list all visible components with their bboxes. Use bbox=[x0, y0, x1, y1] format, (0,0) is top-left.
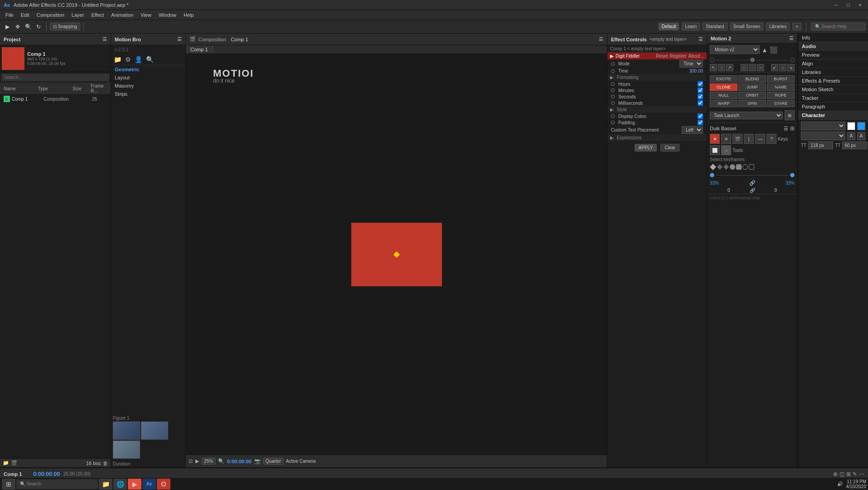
font-size-input[interactable] bbox=[808, 142, 833, 149]
comp-zoom-select[interactable]: 25% bbox=[202, 458, 215, 465]
effect-menu[interactable]: ☰ bbox=[698, 36, 703, 42]
m2-link-icon[interactable]: 🔗 bbox=[721, 180, 784, 186]
tl-btn-4[interactable]: ✎ bbox=[853, 471, 857, 477]
comp-time-icon[interactable]: ⊡ bbox=[189, 458, 193, 464]
comp-time-icon2[interactable]: ▶ bbox=[195, 458, 199, 464]
toolbar-tool-2[interactable]: ✥ bbox=[13, 22, 22, 31]
m2-null-btn[interactable]: NULL bbox=[710, 92, 737, 99]
info-tab-character[interactable]: Character bbox=[798, 111, 868, 120]
tool-2[interactable]: 🎬 bbox=[732, 134, 742, 144]
win-min-btn[interactable]: − bbox=[832, 2, 840, 8]
kf-select-icon[interactable] bbox=[710, 164, 716, 170]
workspace-learn[interactable]: Learn bbox=[682, 23, 700, 30]
menu-window[interactable]: Window bbox=[155, 11, 180, 19]
font-icon1[interactable]: A bbox=[847, 132, 855, 140]
m2-burst-btn[interactable]: BURST bbox=[767, 75, 795, 83]
m2-arr-bl[interactable]: ↙ bbox=[771, 64, 778, 71]
info-tab-paragraph[interactable]: Paragraph bbox=[798, 103, 868, 111]
display-colon-checkbox[interactable] bbox=[698, 113, 703, 119]
clear-button[interactable]: Clear bbox=[660, 144, 679, 152]
search-taskbar[interactable]: 🔍 Search bbox=[16, 479, 98, 489]
menu-view[interactable]: View bbox=[137, 11, 155, 19]
info-tab-libraries[interactable]: Libraries bbox=[798, 68, 868, 77]
tl-btn-3[interactable]: ⊞ bbox=[846, 471, 851, 477]
tool-4[interactable]: — bbox=[755, 134, 765, 144]
m2-arr-t[interactable]: ↑ bbox=[718, 64, 725, 71]
motion-bro-menu[interactable]: ☰ bbox=[177, 36, 182, 42]
mb-person-icon[interactable]: 👤 bbox=[135, 56, 142, 63]
delete-icon[interactable]: 🗑 bbox=[103, 461, 108, 466]
m2-link-icon2[interactable]: 🔗 bbox=[750, 188, 755, 193]
menu-animation[interactable]: Animation bbox=[107, 11, 137, 19]
taskbar-sys-icons[interactable]: 🔊 bbox=[837, 481, 843, 486]
kf-icon-6[interactable] bbox=[749, 164, 754, 170]
kf-icon-1[interactable] bbox=[717, 164, 723, 170]
seconds-checkbox[interactable] bbox=[698, 94, 703, 99]
font-alt-size-input[interactable] bbox=[842, 142, 867, 149]
comp-panel-menu[interactable]: ☰ bbox=[599, 36, 603, 42]
mb-thumb-3[interactable] bbox=[113, 441, 140, 459]
menu-help[interactable]: Help bbox=[180, 11, 198, 19]
taskbar-browser[interactable]: 🌐 bbox=[113, 479, 127, 490]
mode-select[interactable]: Time bbox=[679, 60, 703, 68]
expressions-toggle[interactable]: ▶ bbox=[610, 135, 614, 140]
padding-checkbox[interactable] bbox=[698, 120, 703, 125]
toolbar-tool-1[interactable]: ▶ bbox=[3, 22, 12, 31]
info-tab-align[interactable]: Align bbox=[798, 59, 868, 68]
m2-arr-l[interactable]: ← bbox=[741, 64, 748, 71]
tool-6[interactable]: ⬜ bbox=[710, 145, 720, 155]
info-tab-effects[interactable]: Effects & Presets bbox=[798, 77, 868, 85]
toolbar-more[interactable]: » bbox=[792, 23, 801, 30]
m2-arr-c[interactable]: · bbox=[749, 64, 756, 71]
new-folder-icon[interactable]: 📁 bbox=[3, 460, 9, 466]
menu-composition[interactable]: Composition bbox=[33, 11, 68, 19]
workspace-standard[interactable]: Standard bbox=[703, 23, 727, 30]
search-bar[interactable]: 🔍 Search Help bbox=[811, 23, 865, 30]
mb-search-icon[interactable]: 🔍 bbox=[146, 56, 154, 63]
m2-arr-tl[interactable]: ↖ bbox=[710, 64, 717, 71]
m2-spin-btn[interactable]: SPIN bbox=[738, 100, 766, 107]
comp-camera-icon[interactable]: 📷 bbox=[254, 458, 261, 464]
motion2-icon1[interactable]: ▲ bbox=[761, 46, 768, 54]
win-close-btn[interactable]: × bbox=[856, 2, 864, 8]
m2-jump-btn[interactable]: JUMP bbox=[738, 83, 766, 91]
m2-arr-b[interactable]: ↓ bbox=[779, 64, 786, 71]
mb-thumb-2[interactable] bbox=[141, 421, 168, 440]
info-tab-info[interactable]: Info bbox=[798, 34, 868, 42]
taskbar-opera[interactable]: O bbox=[157, 479, 170, 490]
toolbar-tool-4[interactable]: ↻ bbox=[34, 22, 43, 31]
workspace-libraries[interactable]: Libraries bbox=[766, 23, 790, 30]
m2-warp-btn[interactable]: WARP bbox=[710, 100, 737, 107]
tool-select[interactable]: ✕ bbox=[710, 134, 720, 144]
kf-icon-3[interactable] bbox=[730, 164, 735, 170]
info-tab-tracker[interactable]: Tracker bbox=[798, 94, 868, 103]
m2-task-select[interactable]: Task Launch bbox=[710, 112, 783, 119]
mb-thumb-1[interactable] bbox=[113, 421, 140, 440]
kf-icon-5[interactable] bbox=[742, 164, 748, 170]
toolbar-snap[interactable]: ⊡ Snapping bbox=[50, 23, 80, 30]
comp-canvas[interactable]: MOTIOI do it nice bbox=[186, 54, 607, 455]
font-style-select[interactable]: Narrow bbox=[801, 132, 845, 140]
m2-arr-r[interactable]: → bbox=[757, 64, 764, 71]
m2-excite-btn[interactable]: EXCITE bbox=[710, 75, 737, 83]
tool-5[interactable]: ? bbox=[766, 134, 776, 144]
m2-orbit-btn[interactable]: ORBIT bbox=[738, 92, 766, 99]
new-comp-icon[interactable]: 🎬 bbox=[11, 460, 17, 466]
tl-btn-2[interactable]: ◫ bbox=[839, 471, 844, 477]
tool-cursor[interactable]: → bbox=[721, 145, 731, 155]
kf-icon-2[interactable] bbox=[723, 164, 729, 170]
comp-tab-1[interactable]: Comp 1 bbox=[186, 45, 213, 54]
mb-folder-icon[interactable]: 📁 bbox=[114, 56, 121, 63]
tl-btn-5[interactable]: ⋯ bbox=[859, 471, 864, 477]
project-menu-btn[interactable]: ☰ bbox=[102, 36, 107, 42]
mb-cat-strips[interactable]: Strips bbox=[111, 90, 185, 98]
font-swatch2[interactable] bbox=[857, 122, 865, 130]
taskbar-media[interactable]: ▶ bbox=[128, 479, 141, 490]
effect-reset-btn[interactable]: Reset bbox=[656, 54, 668, 59]
motion2-icon2[interactable]: ⬛ bbox=[770, 46, 777, 54]
tl-btn-1[interactable]: ⊛ bbox=[833, 471, 838, 477]
effect-toggle-icon[interactable]: ▶ bbox=[610, 54, 614, 59]
m2-arr-tr[interactable]: ↗ bbox=[726, 64, 733, 71]
mb-cat-masonry[interactable]: Masonry bbox=[111, 82, 185, 90]
taskbar-ae[interactable]: Ae bbox=[142, 479, 156, 490]
